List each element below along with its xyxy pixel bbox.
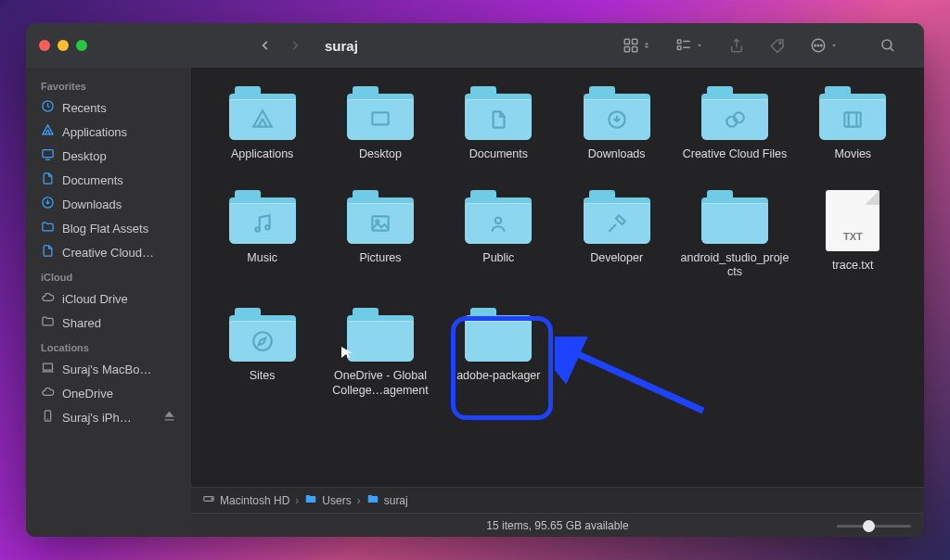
folder-icon <box>584 190 650 244</box>
file-item[interactable]: TXTtrace.txt <box>797 190 908 280</box>
minimize-button[interactable] <box>58 40 69 51</box>
pathbar: Macintosh HD › Users › suraj <box>191 487 924 513</box>
sidebar-item-iphone[interactable]: Suraj's iPh… <box>26 405 191 429</box>
sidebar-item-applications[interactable]: Applications <box>26 120 191 144</box>
svg-rect-31 <box>845 112 861 126</box>
item-label: Developer <box>590 251 643 266</box>
folder-icon <box>304 492 317 508</box>
folder-icon <box>41 314 55 331</box>
svg-point-39 <box>253 332 272 350</box>
sidebar-item-documents[interactable]: Documents <box>26 168 191 192</box>
sidebar-item-onedrive[interactable]: OneDrive <box>26 381 191 405</box>
disk-icon <box>202 492 215 508</box>
zoom-button[interactable] <box>76 40 87 51</box>
folder-item[interactable]: Pictures <box>325 190 436 280</box>
folder-icon <box>229 190 296 244</box>
item-label: Applications <box>231 147 293 162</box>
item-label: Movies <box>835 147 872 162</box>
svg-point-11 <box>817 45 819 46</box>
svg-line-17 <box>48 130 51 134</box>
sidebar-item-label: Documents <box>62 173 123 187</box>
sidebar-item-macbook[interactable]: Suraj's MacBo… <box>26 357 191 381</box>
svg-point-35 <box>265 225 269 229</box>
folder-icon <box>584 86 650 140</box>
sidebar-heading: iCloud <box>26 264 191 286</box>
folder-item[interactable]: Documents <box>443 86 554 162</box>
folder-item[interactable]: Public <box>443 190 554 280</box>
action-button[interactable] <box>804 33 844 57</box>
search-button[interactable] <box>874 33 902 57</box>
sidebar-heading: Favorites <box>26 73 191 95</box>
item-label: Sites <box>250 369 276 384</box>
svg-rect-27 <box>372 112 388 124</box>
view-icons-button[interactable] <box>617 33 657 57</box>
pathbar-separator: › <box>357 494 361 507</box>
traffic-lights <box>39 40 87 51</box>
svg-point-10 <box>815 45 816 46</box>
sidebar-item-label: Desktop <box>62 149 107 163</box>
sidebar-item-downloads[interactable]: Downloads <box>26 192 191 216</box>
folder-item[interactable]: Developer <box>561 190 673 280</box>
eject-icon[interactable] <box>162 409 176 426</box>
sidebar-item-blog-flat-assets[interactable]: Blog Flat Assets <box>26 216 191 240</box>
item-label: OneDrive - Global College…agement <box>326 369 435 398</box>
clock-icon <box>41 99 55 116</box>
group-button[interactable] <box>670 33 710 57</box>
icon-size-slider[interactable] <box>837 519 911 532</box>
sidebar-item-label: iCloud Drive <box>62 292 128 306</box>
sidebar-item-label: Applications <box>62 125 127 139</box>
pathbar-item[interactable]: Macintosh HD <box>202 492 289 508</box>
folder-icon <box>465 190 532 244</box>
folder-item[interactable]: android_studio_projects <box>679 190 790 280</box>
folder-icon <box>465 86 532 140</box>
sidebar-item-label: Shared <box>62 316 101 330</box>
item-label: Desktop <box>359 147 402 162</box>
file-grid-area[interactable]: ApplicationsDesktopDocumentsDownloadsCre… <box>191 68 924 487</box>
folder-item[interactable]: Movies <box>797 86 908 162</box>
sidebar-item-icloud-drive[interactable]: iCloud Drive <box>26 286 191 311</box>
pathbar-label: suraj <box>384 494 408 507</box>
close-button[interactable] <box>39 40 50 51</box>
folder-item[interactable]: Sites <box>207 308 318 398</box>
pathbar-item[interactable]: suraj <box>366 492 408 508</box>
folder-item[interactable]: Creative Cloud Files <box>679 86 790 162</box>
sidebar-item-desktop[interactable]: Desktop <box>26 144 191 168</box>
tags-button[interactable] <box>764 33 791 57</box>
sidebar-item-recents[interactable]: Recents <box>26 95 191 120</box>
sidebar-item-creative-cloud[interactable]: Creative Cloud… <box>26 240 191 264</box>
cloud-icon <box>41 290 55 307</box>
folder-icon <box>819 86 886 140</box>
item-label: Creative Cloud Files <box>683 147 788 162</box>
folder-item[interactable]: Music <box>207 190 318 280</box>
pathbar-label: Users <box>322 494 351 507</box>
sidebar-item-label: Suraj's MacBo… <box>62 363 151 376</box>
pathbar-item[interactable]: Users <box>304 492 351 508</box>
share-button[interactable] <box>723 33 751 57</box>
sidebar-item-label: Recents <box>62 101 107 115</box>
doc-icon <box>41 244 55 261</box>
folder-item[interactable]: Applications <box>207 86 318 162</box>
folder-icon <box>366 492 379 508</box>
back-button[interactable] <box>252 32 278 58</box>
item-label: Downloads <box>588 147 646 162</box>
folder-icon <box>347 190 414 244</box>
svg-rect-21 <box>44 363 53 370</box>
folder-item[interactable]: adobe-packager <box>443 308 554 398</box>
folder-item[interactable]: Desktop <box>325 86 436 162</box>
status-text: 15 items, 95.65 GB available <box>486 519 628 532</box>
folder-item[interactable]: Downloads <box>561 86 673 162</box>
svg-rect-2 <box>624 47 629 52</box>
sidebar-item-label: Downloads <box>62 197 122 211</box>
folder-icon <box>701 190 768 244</box>
item-label: Public <box>482 251 514 266</box>
svg-line-14 <box>890 47 893 51</box>
laptop-icon <box>41 361 55 377</box>
forward-button[interactable] <box>282 32 308 58</box>
svg-point-34 <box>255 227 259 231</box>
sidebar-item-shared[interactable]: Shared <box>26 311 191 335</box>
svg-rect-1 <box>633 39 637 44</box>
svg-rect-0 <box>624 39 629 44</box>
sidebar-item-label: OneDrive <box>62 387 113 401</box>
item-label: android_studio_projects <box>680 251 790 280</box>
folder-item[interactable]: OneDrive - Global College…agement <box>325 308 436 398</box>
